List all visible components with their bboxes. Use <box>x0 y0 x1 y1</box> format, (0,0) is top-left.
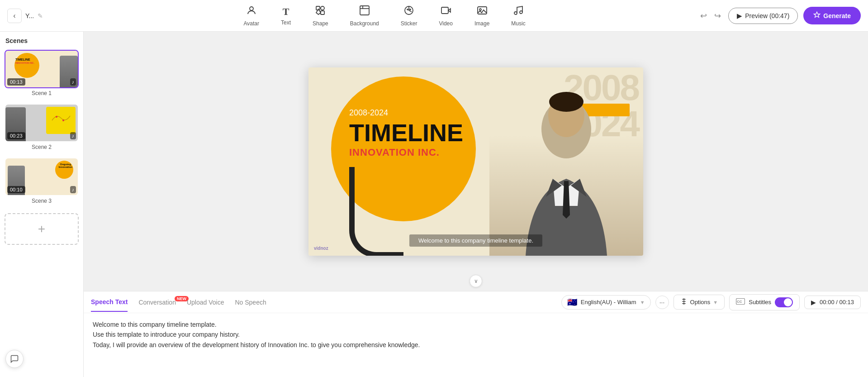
background-tool-icon <box>359 5 370 19</box>
options-icon <box>680 298 688 306</box>
circle-headline: TIMELINE <box>349 120 463 145</box>
bottom-panel: Speech Text Conversation NEW Upload Voic… <box>84 291 868 377</box>
feedback-button[interactable] <box>5 350 24 368</box>
subtitle-text: Welcome to this company timeline templat… <box>418 237 533 244</box>
black-curve-shape <box>349 167 403 256</box>
preview-play-icon: ▶ <box>737 12 742 20</box>
tool-video[interactable]: Video <box>435 3 456 29</box>
scene-thumb-3[interactable]: OngoingInnovation 00:10 ♪ <box>5 157 79 196</box>
svg-point-0 <box>250 7 253 10</box>
scene-item-1[interactable]: TIMELINEINNOVATION INC. 00:13 ♪ Scene 1 <box>5 50 79 96</box>
scene-thumb-2[interactable]: 00:23 ♪ <box>5 104 79 142</box>
bottom-tabs-bar: Speech Text Conversation NEW Upload Voic… <box>84 291 868 313</box>
scene1-duration: 00:13 <box>7 78 25 86</box>
play-button[interactable]: ▶ <box>811 299 816 306</box>
preview-button[interactable]: ▶ Preview (00:47) <box>728 8 798 24</box>
tab-no-speech[interactable]: No Speech <box>235 293 266 311</box>
canvas-preview: 20082024 2008-2024 TIMELINE INNOVATION I… <box>308 67 643 256</box>
shape-tool-icon <box>315 5 326 19</box>
svg-rect-12 <box>478 7 487 14</box>
edit-title-icon[interactable]: ✎ <box>38 12 43 19</box>
undo-redo-group: ↩ ↪ <box>698 9 723 23</box>
text-tool-icon: T <box>283 6 289 18</box>
generate-button[interactable]: Generate <box>803 7 861 24</box>
voice-selector[interactable]: 🇦🇺 English(AU) - William ▼ <box>561 295 651 310</box>
speech-text-tab-label: Speech Text <box>91 298 128 305</box>
back-button[interactable]: ‹ <box>7 9 22 23</box>
sticker-tool-icon <box>403 5 414 19</box>
collapse-button[interactable]: ∨ <box>470 275 482 287</box>
music-tool-icon <box>513 5 524 19</box>
svg-point-9 <box>410 9 411 10</box>
voice-more-button[interactable]: ··· <box>655 296 669 309</box>
svg-point-13 <box>479 9 481 10</box>
tab-speech-text[interactable]: Speech Text <box>91 293 128 312</box>
tool-music[interactable]: Music <box>508 3 529 29</box>
video-label: Video <box>439 20 452 27</box>
bottom-tab-controls: 🇦🇺 English(AU) - William ▼ ··· Options ▼ <box>561 294 861 310</box>
tab-upload-voice[interactable]: Upload Voice <box>187 293 224 311</box>
options-label: Options <box>690 299 711 305</box>
scene3-label: Scene 3 <box>5 198 79 204</box>
subtitles-cc-icon: CC <box>736 298 745 306</box>
scene2-map <box>46 107 76 134</box>
tool-background[interactable]: Background <box>346 3 383 29</box>
editor-right: 20082024 2008-2024 TIMELINE INNOVATION I… <box>84 32 868 377</box>
subtitles-control: CC Subtitles <box>729 294 800 310</box>
avatar-person <box>489 84 643 256</box>
add-scene-button[interactable]: + <box>5 213 79 245</box>
scene1-music-icon: ♪ <box>70 78 76 86</box>
svg-rect-3 <box>321 11 324 14</box>
sticker-label: Sticker <box>401 20 417 27</box>
svg-point-20 <box>549 92 583 112</box>
scene3-music-icon: ♪ <box>70 186 76 193</box>
scenes-title: Scenes <box>5 37 79 44</box>
generate-label: Generate <box>823 12 851 19</box>
main-area: Scenes TIMELINEINNOVATION INC. 00:13 ♪ S… <box>0 32 868 377</box>
scene-thumb-1[interactable]: TIMELINEINNOVATION INC. 00:13 ♪ <box>5 50 79 88</box>
svg-point-8 <box>407 9 408 10</box>
undo-button[interactable]: ↩ <box>698 9 709 23</box>
svg-point-14 <box>514 12 517 14</box>
scene1-thumb-text: TIMELINEINNOVATION INC. <box>15 58 34 64</box>
svg-rect-10 <box>441 7 448 14</box>
tab-conversation[interactable]: Conversation NEW <box>138 293 176 311</box>
shape-label: Shape <box>313 20 328 27</box>
background-label: Background <box>350 20 379 27</box>
svg-rect-4 <box>360 6 369 15</box>
generate-icon <box>813 11 821 20</box>
canvas-area: 20082024 2008-2024 TIMELINE INNOVATION I… <box>84 32 868 291</box>
playback-time: 00:00 / 00:13 <box>820 299 854 305</box>
scene-item-3[interactable]: OngoingInnovation 00:10 ♪ Scene 3 <box>5 157 79 204</box>
redo-button[interactable]: ↪ <box>712 9 723 23</box>
preview-label: Preview (00:47) <box>745 12 789 19</box>
toolbar: ‹ Y... ✎ Avatar T Text Shape Background <box>0 0 868 32</box>
options-button[interactable]: Options ▼ <box>674 295 725 310</box>
tool-avatar[interactable]: Avatar <box>240 3 263 29</box>
speech-text-line2: Use this template to introduce your comp… <box>93 331 240 338</box>
svg-point-2 <box>321 6 324 10</box>
scene-background: 20082024 2008-2024 TIMELINE INNOVATION I… <box>308 67 643 256</box>
subtitles-toggle[interactable] <box>775 297 793 307</box>
svg-point-16 <box>56 116 57 118</box>
chevron-down-icon: ∨ <box>474 278 478 284</box>
toolbar-center: Avatar T Text Shape Background Sticker <box>71 3 698 29</box>
chevron-down-options-icon: ▼ <box>713 300 718 305</box>
speech-text-content[interactable]: Welcome to this company timeline templat… <box>84 313 868 356</box>
tool-image[interactable]: Image <box>471 3 493 29</box>
tool-text[interactable]: T Text <box>277 4 294 28</box>
scene1-label: Scene 1 <box>5 90 79 96</box>
toggle-knob <box>784 298 792 306</box>
tool-sticker[interactable]: Sticker <box>397 3 421 29</box>
playback-control: ▶ 00:00 / 00:13 <box>804 296 861 309</box>
voice-flag-icon: 🇦🇺 <box>567 297 577 307</box>
scene2-duration: 00:23 <box>7 132 25 139</box>
tool-shape[interactable]: Shape <box>309 3 332 29</box>
image-tool-icon <box>477 5 488 19</box>
avatar-icon <box>246 5 257 19</box>
svg-point-15 <box>520 11 522 14</box>
voice-name: English(AU) - William <box>581 299 636 305</box>
scene-item-2[interactable]: 00:23 ♪ Scene 2 <box>5 104 79 150</box>
watermark: vidnoz <box>314 244 337 252</box>
avatar-label: Avatar <box>244 20 259 27</box>
